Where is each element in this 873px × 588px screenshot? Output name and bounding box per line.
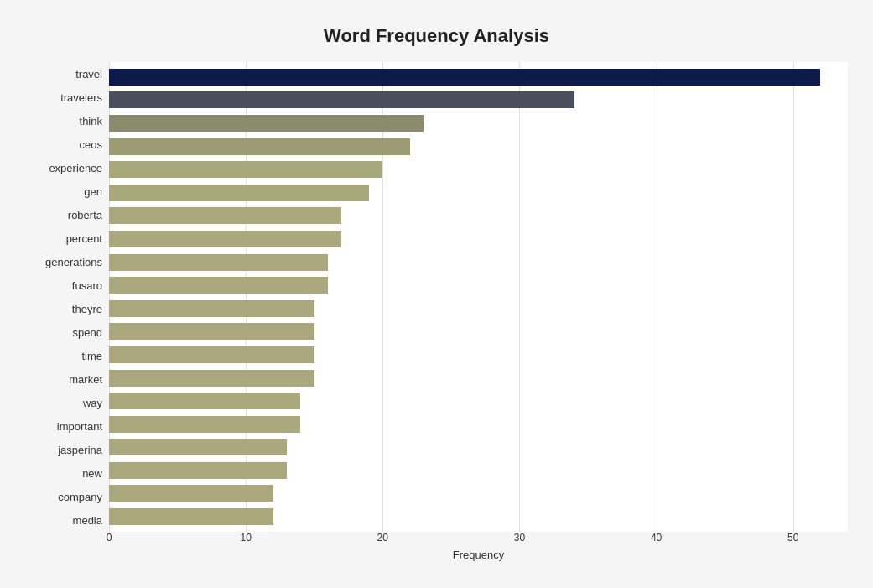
x-tick-label: 50 bbox=[787, 532, 798, 544]
y-axis-label: important bbox=[57, 414, 102, 438]
y-axis-label: time bbox=[81, 344, 102, 367]
bar-row bbox=[109, 136, 848, 158]
bar-row bbox=[109, 298, 848, 320]
bar bbox=[109, 462, 287, 479]
bar bbox=[109, 91, 574, 108]
y-axis-label: experience bbox=[49, 156, 102, 180]
bar bbox=[109, 161, 382, 178]
bar-row bbox=[109, 66, 848, 88]
bar bbox=[109, 300, 314, 317]
bar bbox=[109, 231, 341, 247]
y-axis-label: jasperina bbox=[58, 438, 102, 461]
bar bbox=[109, 277, 328, 294]
chart-title: Word Frequency Analysis bbox=[25, 25, 848, 47]
bar-row bbox=[109, 506, 848, 528]
y-axis-label: new bbox=[82, 461, 102, 485]
x-tick-label: 40 bbox=[651, 532, 662, 544]
bar bbox=[109, 346, 314, 363]
bar bbox=[109, 508, 273, 525]
bar bbox=[109, 439, 287, 455]
y-axis-label: percent bbox=[66, 226, 102, 250]
y-axis-label: spend bbox=[73, 320, 102, 344]
y-axis-label: gen bbox=[84, 180, 102, 203]
bar-row bbox=[109, 344, 848, 366]
y-axis-label: travelers bbox=[60, 86, 102, 109]
y-axis-label: think bbox=[80, 109, 102, 133]
bar-row bbox=[109, 89, 848, 111]
bar-row bbox=[109, 112, 848, 134]
bar bbox=[109, 115, 424, 132]
x-axis-label: Frequency bbox=[109, 549, 848, 561]
bar-row bbox=[109, 367, 848, 389]
x-tick-label: 0 bbox=[107, 532, 112, 544]
bar-row bbox=[109, 390, 848, 412]
y-axis-label: roberta bbox=[68, 203, 102, 226]
y-axis-label: media bbox=[73, 508, 102, 532]
x-tick-label: 10 bbox=[240, 532, 251, 544]
bar-row bbox=[109, 182, 848, 204]
y-axis-label: way bbox=[83, 391, 102, 414]
y-axis-label: generations bbox=[45, 250, 102, 273]
bar-row bbox=[109, 436, 848, 458]
bar bbox=[109, 185, 369, 201]
y-axis-label: fusaro bbox=[72, 273, 102, 297]
bar bbox=[109, 370, 314, 387]
bar-row bbox=[109, 274, 848, 296]
x-axis: 01020304050 Frequency bbox=[109, 532, 848, 561]
x-tick-label: 30 bbox=[514, 532, 525, 544]
bar bbox=[109, 416, 300, 433]
bar bbox=[109, 323, 314, 340]
chart-container: Word Frequency Analysis traveltravelerst… bbox=[8, 8, 865, 588]
bar bbox=[109, 69, 820, 86]
bar bbox=[109, 485, 273, 502]
x-tick-label: 20 bbox=[377, 532, 388, 544]
bar bbox=[109, 207, 341, 224]
bar-row bbox=[109, 414, 848, 435]
plot-area bbox=[109, 62, 848, 532]
bar-row bbox=[109, 159, 848, 180]
bar bbox=[109, 254, 328, 271]
bar-row bbox=[109, 252, 848, 273]
bar-row bbox=[109, 205, 848, 226]
y-axis-label: ceos bbox=[80, 133, 102, 156]
y-axis-label: company bbox=[58, 485, 102, 508]
y-axis-label: market bbox=[69, 367, 102, 391]
bar-row bbox=[109, 460, 848, 481]
bar bbox=[109, 138, 410, 155]
bar-row bbox=[109, 228, 848, 250]
bar bbox=[109, 393, 300, 409]
y-axis-label: theyre bbox=[72, 297, 102, 320]
y-axis: traveltravelersthinkceosexperiencegenrob… bbox=[25, 62, 109, 532]
y-axis-label: travel bbox=[75, 62, 102, 86]
bar-row bbox=[109, 320, 848, 342]
bar-row bbox=[109, 482, 848, 504]
